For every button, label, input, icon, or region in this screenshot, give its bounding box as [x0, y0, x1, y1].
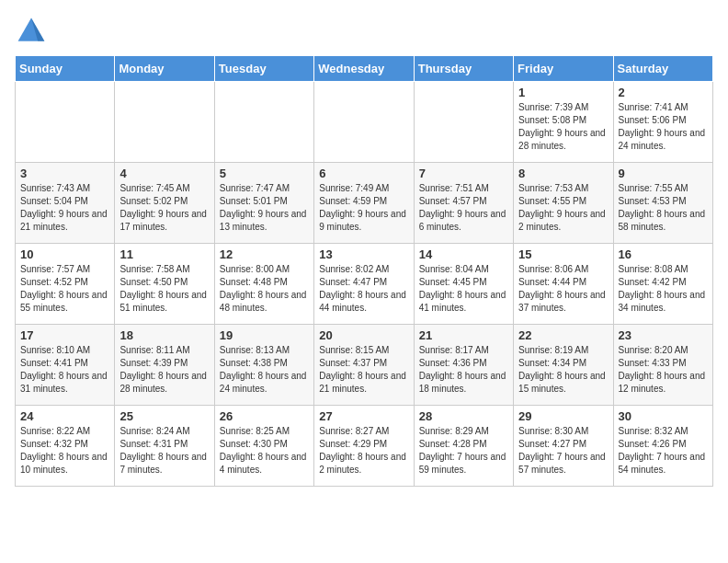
calendar-week-row: 3Sunrise: 7:43 AMSunset: 5:04 PMDaylight…	[16, 163, 713, 244]
day-number: 9	[619, 167, 708, 180]
weekday-header-row: SundayMondayTuesdayWednesdayThursdayFrid…	[16, 56, 713, 82]
calendar-week-row: 10Sunrise: 7:57 AMSunset: 4:52 PMDayligh…	[16, 244, 713, 325]
calendar-day-cell: 29Sunrise: 8:30 AMSunset: 4:27 PMDayligh…	[514, 406, 613, 487]
calendar-day-cell: 9Sunrise: 7:55 AMSunset: 4:53 PMDaylight…	[613, 163, 712, 244]
day-number: 5	[220, 167, 309, 180]
day-info: Sunrise: 7:49 AMSunset: 4:59 PMDaylight:…	[319, 183, 406, 232]
calendar-day-cell: 15Sunrise: 8:06 AMSunset: 4:44 PMDayligh…	[514, 244, 613, 325]
day-info: Sunrise: 8:15 AMSunset: 4:37 PMDaylight:…	[319, 345, 406, 394]
day-number: 1	[518, 86, 608, 99]
weekday-header: Tuesday	[214, 56, 313, 82]
calendar-day-cell: 1Sunrise: 7:39 AMSunset: 5:08 PMDaylight…	[514, 82, 613, 163]
day-info: Sunrise: 8:25 AMSunset: 4:30 PMDaylight:…	[220, 426, 307, 475]
day-number: 15	[518, 247, 608, 261]
calendar-day-cell: 25Sunrise: 8:24 AMSunset: 4:31 PMDayligh…	[115, 406, 214, 487]
day-info: Sunrise: 8:08 AMSunset: 4:42 PMDaylight:…	[619, 264, 706, 313]
day-number: 27	[319, 409, 408, 423]
logo	[15, 15, 53, 48]
calendar-day-cell: 19Sunrise: 8:13 AMSunset: 4:38 PMDayligh…	[214, 325, 313, 406]
day-number: 20	[319, 328, 408, 342]
day-info: Sunrise: 8:22 AMSunset: 4:32 PMDaylight:…	[20, 426, 108, 475]
calendar-day-cell: 28Sunrise: 8:29 AMSunset: 4:28 PMDayligh…	[414, 406, 513, 487]
day-number: 8	[518, 167, 608, 180]
calendar-day-cell: 27Sunrise: 8:27 AMSunset: 4:29 PMDayligh…	[314, 406, 414, 487]
day-number: 30	[619, 409, 708, 423]
day-info: Sunrise: 8:29 AMSunset: 4:28 PMDaylight:…	[419, 426, 506, 475]
day-info: Sunrise: 7:41 AMSunset: 5:06 PMDaylight:…	[619, 102, 706, 151]
day-number: 25	[119, 409, 209, 423]
day-number: 19	[220, 328, 309, 342]
calendar-day-cell: 16Sunrise: 8:08 AMSunset: 4:42 PMDayligh…	[613, 244, 712, 325]
calendar-day-cell	[314, 82, 414, 163]
calendar-day-cell: 17Sunrise: 8:10 AMSunset: 4:41 PMDayligh…	[16, 325, 115, 406]
day-number: 29	[518, 409, 608, 423]
calendar-day-cell: 24Sunrise: 8:22 AMSunset: 4:32 PMDayligh…	[16, 406, 115, 487]
day-info: Sunrise: 8:02 AMSunset: 4:47 PMDaylight:…	[319, 264, 406, 313]
day-number: 14	[419, 247, 508, 261]
calendar-day-cell: 20Sunrise: 8:15 AMSunset: 4:37 PMDayligh…	[314, 325, 414, 406]
day-number: 7	[419, 167, 508, 180]
calendar-table: SundayMondayTuesdayWednesdayThursdayFrid…	[15, 55, 713, 487]
day-info: Sunrise: 8:20 AMSunset: 4:33 PMDaylight:…	[619, 345, 706, 394]
calendar-day-cell: 2Sunrise: 7:41 AMSunset: 5:06 PMDaylight…	[613, 82, 712, 163]
weekday-header: Sunday	[16, 56, 115, 82]
day-info: Sunrise: 8:27 AMSunset: 4:29 PMDaylight:…	[319, 426, 406, 475]
calendar-day-cell: 18Sunrise: 8:11 AMSunset: 4:39 PMDayligh…	[115, 325, 214, 406]
calendar-day-cell: 10Sunrise: 7:57 AMSunset: 4:52 PMDayligh…	[16, 244, 115, 325]
day-number: 13	[319, 247, 408, 261]
day-number: 6	[319, 167, 408, 180]
calendar-day-cell: 8Sunrise: 7:53 AMSunset: 4:55 PMDaylight…	[514, 163, 613, 244]
day-info: Sunrise: 8:04 AMSunset: 4:45 PMDaylight:…	[419, 264, 506, 313]
day-info: Sunrise: 8:32 AMSunset: 4:26 PMDaylight:…	[619, 426, 706, 475]
calendar-day-cell	[16, 82, 115, 163]
day-number: 18	[119, 328, 209, 342]
day-number: 21	[419, 328, 508, 342]
calendar-day-cell: 7Sunrise: 7:51 AMSunset: 4:57 PMDaylight…	[414, 163, 513, 244]
calendar-day-cell	[214, 82, 313, 163]
day-info: Sunrise: 8:11 AMSunset: 4:39 PMDaylight:…	[119, 345, 207, 394]
weekday-header: Monday	[115, 56, 214, 82]
calendar-week-row: 17Sunrise: 8:10 AMSunset: 4:41 PMDayligh…	[16, 325, 713, 406]
day-info: Sunrise: 8:19 AMSunset: 4:34 PMDaylight:…	[518, 345, 606, 394]
day-info: Sunrise: 7:57 AMSunset: 4:52 PMDaylight:…	[20, 264, 108, 313]
weekday-header: Wednesday	[314, 56, 414, 82]
day-number: 3	[20, 167, 109, 180]
weekday-header: Friday	[514, 56, 613, 82]
calendar-day-cell: 6Sunrise: 7:49 AMSunset: 4:59 PMDaylight…	[314, 163, 414, 244]
calendar-week-row: 1Sunrise: 7:39 AMSunset: 5:08 PMDaylight…	[16, 82, 713, 163]
page-header	[15, 15, 713, 48]
day-info: Sunrise: 8:24 AMSunset: 4:31 PMDaylight:…	[119, 426, 207, 475]
day-info: Sunrise: 8:17 AMSunset: 4:36 PMDaylight:…	[419, 345, 506, 394]
day-number: 2	[619, 86, 708, 99]
calendar-day-cell: 21Sunrise: 8:17 AMSunset: 4:36 PMDayligh…	[414, 325, 513, 406]
day-info: Sunrise: 7:58 AMSunset: 4:50 PMDaylight:…	[119, 264, 207, 313]
day-number: 11	[119, 247, 209, 261]
calendar-day-cell: 3Sunrise: 7:43 AMSunset: 5:04 PMDaylight…	[16, 163, 115, 244]
calendar-week-row: 24Sunrise: 8:22 AMSunset: 4:32 PMDayligh…	[16, 406, 713, 487]
calendar-day-cell: 11Sunrise: 7:58 AMSunset: 4:50 PMDayligh…	[115, 244, 214, 325]
day-info: Sunrise: 7:39 AMSunset: 5:08 PMDaylight:…	[518, 102, 606, 151]
day-number: 23	[619, 328, 708, 342]
calendar-day-cell: 26Sunrise: 8:25 AMSunset: 4:30 PMDayligh…	[214, 406, 313, 487]
day-number: 4	[119, 167, 209, 180]
day-number: 17	[20, 328, 109, 342]
day-number: 16	[619, 247, 708, 261]
logo-icon	[15, 15, 48, 48]
day-number: 26	[220, 409, 309, 423]
day-info: Sunrise: 7:51 AMSunset: 4:57 PMDaylight:…	[419, 183, 506, 232]
calendar-day-cell: 22Sunrise: 8:19 AMSunset: 4:34 PMDayligh…	[514, 325, 613, 406]
day-info: Sunrise: 7:47 AMSunset: 5:01 PMDaylight:…	[220, 183, 307, 232]
day-info: Sunrise: 8:06 AMSunset: 4:44 PMDaylight:…	[518, 264, 606, 313]
day-info: Sunrise: 7:55 AMSunset: 4:53 PMDaylight:…	[619, 183, 706, 232]
day-number: 28	[419, 409, 508, 423]
weekday-header: Saturday	[613, 56, 712, 82]
calendar-day-cell: 12Sunrise: 8:00 AMSunset: 4:48 PMDayligh…	[214, 244, 313, 325]
day-info: Sunrise: 8:13 AMSunset: 4:38 PMDaylight:…	[220, 345, 307, 394]
day-number: 12	[220, 247, 309, 261]
calendar-day-cell: 5Sunrise: 7:47 AMSunset: 5:01 PMDaylight…	[214, 163, 313, 244]
day-info: Sunrise: 8:10 AMSunset: 4:41 PMDaylight:…	[20, 345, 108, 394]
calendar-day-cell: 23Sunrise: 8:20 AMSunset: 4:33 PMDayligh…	[613, 325, 712, 406]
calendar-day-cell	[414, 82, 513, 163]
day-info: Sunrise: 7:45 AMSunset: 5:02 PMDaylight:…	[119, 183, 207, 232]
calendar-day-cell: 14Sunrise: 8:04 AMSunset: 4:45 PMDayligh…	[414, 244, 513, 325]
